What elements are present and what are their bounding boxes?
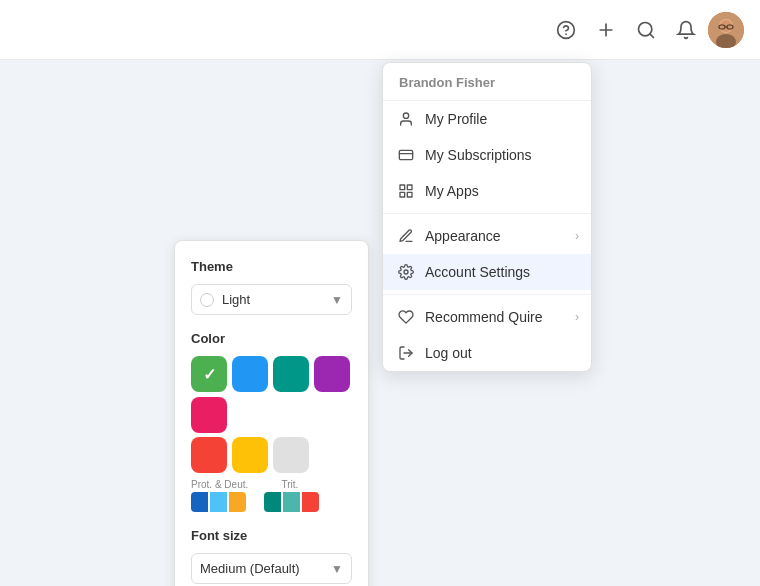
svg-rect-17 bbox=[407, 185, 412, 190]
menu-item-log-out[interactable]: Log out bbox=[383, 335, 591, 371]
trit-group bbox=[264, 492, 319, 512]
prot-swatch-1[interactable] bbox=[191, 492, 208, 512]
svg-point-13 bbox=[403, 113, 408, 118]
color-swatch-green[interactable] bbox=[191, 356, 227, 392]
add-icon[interactable] bbox=[588, 12, 624, 48]
menu-label-my-apps: My Apps bbox=[425, 183, 479, 199]
notification-icon[interactable] bbox=[668, 12, 704, 48]
grid-icon bbox=[397, 182, 415, 200]
menu-item-my-apps[interactable]: My Apps bbox=[383, 173, 591, 209]
spacer bbox=[251, 492, 259, 512]
avatar[interactable] bbox=[708, 12, 744, 48]
heart-icon bbox=[397, 308, 415, 326]
color-swatch-amber[interactable] bbox=[232, 437, 268, 473]
logout-icon bbox=[397, 344, 415, 362]
menu-label-my-profile: My Profile bbox=[425, 111, 487, 127]
card-icon bbox=[397, 146, 415, 164]
font-size-label: Font size bbox=[191, 528, 352, 543]
prot-deut-group bbox=[191, 492, 246, 512]
svg-rect-14 bbox=[399, 150, 412, 159]
color-swatch-blue[interactable] bbox=[232, 356, 268, 392]
menu-item-appearance[interactable]: Appearance › bbox=[383, 218, 591, 254]
help-icon[interactable] bbox=[548, 12, 584, 48]
menu-item-recommend-quire[interactable]: Recommend Quire › bbox=[383, 299, 591, 335]
menu-item-account-settings[interactable]: Account Settings bbox=[383, 254, 591, 290]
theme-value: Light bbox=[222, 292, 250, 307]
svg-rect-18 bbox=[400, 192, 405, 197]
theme-select[interactable]: Light ▼ bbox=[191, 284, 352, 315]
appearance-panel: Theme Light ▼ Color Prot. & Deut. Trit. bbox=[174, 240, 369, 586]
color-grid bbox=[191, 356, 352, 433]
theme-circle-icon bbox=[200, 293, 214, 307]
color-swatch-purple[interactable] bbox=[314, 356, 350, 392]
font-chevron-icon: ▼ bbox=[331, 562, 343, 576]
font-size-value: Medium (Default) bbox=[200, 561, 319, 576]
trit-swatch-2[interactable] bbox=[283, 492, 300, 512]
font-size-select[interactable]: Medium (Default) ▼ bbox=[191, 553, 352, 584]
color-swatch-gray[interactable] bbox=[273, 437, 309, 473]
menu-label-my-subscriptions: My Subscriptions bbox=[425, 147, 532, 163]
svg-point-9 bbox=[720, 20, 732, 32]
trit-swatch-3[interactable] bbox=[302, 492, 319, 512]
color-swatch-teal[interactable] bbox=[273, 356, 309, 392]
brush-icon bbox=[397, 227, 415, 245]
accessibility-label-trit: Trit. bbox=[282, 479, 353, 490]
divider-2 bbox=[383, 294, 591, 295]
svg-point-20 bbox=[404, 270, 408, 274]
menu-label-appearance: Appearance bbox=[425, 228, 501, 244]
prot-swatch-2[interactable] bbox=[210, 492, 227, 512]
dropdown-username: Brandon Fisher bbox=[383, 63, 591, 101]
chevron-right-icon: › bbox=[575, 229, 579, 243]
chevron-right-recommend-icon: › bbox=[575, 310, 579, 324]
prot-swatch-3[interactable] bbox=[229, 492, 246, 512]
color-swatch-red[interactable] bbox=[191, 437, 227, 473]
theme-chevron-icon: ▼ bbox=[331, 293, 343, 307]
top-bar bbox=[0, 0, 760, 60]
theme-select-wrapper: Light ▼ bbox=[191, 284, 352, 315]
menu-label-recommend-quire: Recommend Quire bbox=[425, 309, 543, 325]
gear-icon bbox=[397, 263, 415, 281]
svg-rect-19 bbox=[407, 192, 412, 197]
trit-swatch-1[interactable] bbox=[264, 492, 281, 512]
menu-label-log-out: Log out bbox=[425, 345, 472, 361]
user-dropdown-menu: Brandon Fisher My Profile My Subscriptio… bbox=[382, 62, 592, 372]
menu-label-account-settings: Account Settings bbox=[425, 264, 530, 280]
person-icon bbox=[397, 110, 415, 128]
accessibility-swatches bbox=[191, 492, 352, 512]
svg-rect-16 bbox=[400, 185, 405, 190]
color-label: Color bbox=[191, 331, 352, 346]
divider-1 bbox=[383, 213, 591, 214]
color-swatch-pink[interactable] bbox=[191, 397, 227, 433]
menu-item-my-profile[interactable]: My Profile bbox=[383, 101, 591, 137]
accessibility-label-prot: Prot. & Deut. bbox=[191, 479, 262, 490]
theme-label: Theme bbox=[191, 259, 352, 274]
background-content bbox=[0, 60, 760, 586]
search-icon[interactable] bbox=[628, 12, 664, 48]
svg-line-5 bbox=[650, 33, 654, 37]
menu-item-my-subscriptions[interactable]: My Subscriptions bbox=[383, 137, 591, 173]
color-grid-row2 bbox=[191, 437, 352, 473]
